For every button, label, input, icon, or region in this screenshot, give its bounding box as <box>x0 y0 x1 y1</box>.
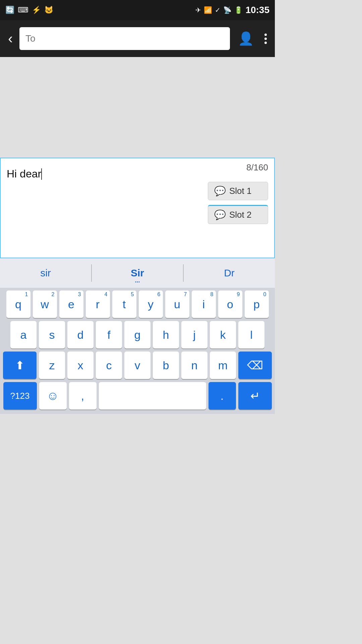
key-i[interactable]: 8 i <box>192 290 216 318</box>
shift-icon: ⬆ <box>15 359 24 372</box>
key-o-num: 9 <box>237 292 240 297</box>
status-bar-left: 🔄 ⌨ ⚡ 🐱 <box>5 6 53 14</box>
person-icon: 👤 <box>238 32 254 46</box>
key-z[interactable]: z <box>39 352 65 379</box>
key-j[interactable]: j <box>181 321 207 348</box>
key-v[interactable]: v <box>124 352 150 379</box>
more-button[interactable] <box>262 31 269 47</box>
key-z-letter: z <box>49 359 55 372</box>
autocomplete-sir-text: sir <box>40 267 51 279</box>
key-x[interactable]: x <box>67 352 94 379</box>
autocomplete-bar: sir Sir ··· Dr <box>0 258 275 288</box>
comma-button[interactable]: , <box>69 382 97 410</box>
slot2-button[interactable]: 💬 Slot 2 <box>208 205 268 224</box>
emoji-button[interactable]: ☺ <box>39 382 67 410</box>
key-c[interactable]: c <box>96 352 122 379</box>
sync-icon: 🔄 <box>5 6 14 14</box>
more-icon-dot2 <box>264 38 267 40</box>
key-y[interactable]: 6 y <box>139 290 163 318</box>
numbers-button[interactable]: ?123 <box>3 382 37 410</box>
enter-icon: ↵ <box>250 389 260 402</box>
key-l-letter: l <box>250 328 253 341</box>
autocomplete-sir[interactable]: sir <box>0 258 91 288</box>
key-t[interactable]: 5 t <box>112 290 136 318</box>
more-icon-dot1 <box>264 34 267 36</box>
compose-area[interactable]: 8/160 Hi dear 💬 Slot 1 💬 Slot 2 <box>0 158 275 258</box>
autocomplete-Dr-text: Dr <box>224 267 235 279</box>
key-y-letter: y <box>148 298 154 311</box>
key-e[interactable]: 3 e <box>59 290 83 318</box>
key-s[interactable]: s <box>39 321 65 348</box>
backspace-icon: ⌫ <box>247 359 263 372</box>
key-k-letter: k <box>220 328 226 341</box>
key-w[interactable]: 2 w <box>33 290 57 318</box>
signal-icon: 📡 <box>223 6 232 14</box>
shift-button[interactable]: ⬆ <box>3 352 37 379</box>
enter-button[interactable]: ↵ <box>238 382 272 410</box>
key-e-num: 3 <box>78 292 81 297</box>
to-input[interactable] <box>19 27 230 50</box>
key-b[interactable]: b <box>153 352 179 379</box>
key-u[interactable]: 7 u <box>165 290 189 318</box>
key-w-num: 2 <box>52 292 55 297</box>
contact-button[interactable]: 👤 <box>234 29 258 49</box>
key-o-letter: o <box>227 298 233 311</box>
key-o[interactable]: 9 o <box>218 290 242 318</box>
key-c-letter: c <box>106 359 112 372</box>
key-b-letter: b <box>163 359 169 372</box>
slot-buttons: 💬 Slot 1 💬 Slot 2 <box>208 182 268 224</box>
key-q-letter: q <box>15 298 21 311</box>
numbers-label: ?123 <box>10 391 30 401</box>
backspace-button[interactable]: ⌫ <box>238 352 272 379</box>
battery-icon: 🔋 <box>234 6 243 14</box>
key-d[interactable]: d <box>67 321 94 348</box>
period-button[interactable]: . <box>208 382 236 410</box>
status-bar: 🔄 ⌨ ⚡ 🐱 ✈ 📶 ✓ 📡 🔋 10:35 <box>0 0 275 20</box>
keyboard-icon: ⌨ <box>18 6 28 14</box>
usb-icon: ⚡ <box>32 6 41 14</box>
top-bar: ‹ 👤 <box>0 20 275 57</box>
key-h[interactable]: h <box>153 321 179 348</box>
key-k[interactable]: k <box>210 321 236 348</box>
back-icon: ‹ <box>8 31 13 46</box>
back-button[interactable]: ‹ <box>5 28 15 49</box>
key-v-letter: v <box>135 359 140 372</box>
key-e-letter: e <box>68 298 74 311</box>
key-f[interactable]: f <box>96 321 122 348</box>
key-l[interactable]: l <box>238 321 264 348</box>
key-h-letter: h <box>163 328 169 341</box>
keyboard-row4: ?123 ☺ , . ↵ <box>1 382 274 410</box>
more-icon-dot3 <box>264 42 267 44</box>
compose-content: Hi dear <box>7 168 41 180</box>
slot1-icon: 💬 <box>214 185 226 197</box>
slot2-label: Slot 2 <box>229 210 252 220</box>
space-button[interactable] <box>99 382 206 410</box>
key-q[interactable]: 1 q <box>6 290 31 318</box>
key-a[interactable]: a <box>10 321 37 348</box>
key-r[interactable]: 4 r <box>86 290 110 318</box>
key-p[interactable]: 0 p <box>245 290 269 318</box>
keyboard-row3: ⬆ z x c v b n m ⌫ <box>1 352 274 379</box>
autocomplete-dots: ··· <box>135 279 140 286</box>
key-w-letter: w <box>41 298 49 311</box>
key-g[interactable]: g <box>124 321 150 348</box>
key-d-letter: d <box>77 328 84 341</box>
key-r-num: 4 <box>105 292 108 297</box>
key-m[interactable]: m <box>210 352 236 379</box>
key-q-num: 1 <box>25 292 28 297</box>
key-n[interactable]: n <box>181 352 207 379</box>
key-a-letter: a <box>20 328 27 341</box>
compose-text: Hi dear <box>7 166 268 181</box>
key-m-letter: m <box>218 359 228 372</box>
key-p-letter: p <box>253 298 260 311</box>
key-f-letter: f <box>107 328 110 341</box>
key-r-letter: r <box>96 298 100 311</box>
key-u-letter: u <box>174 298 180 311</box>
key-n-letter: n <box>191 359 198 372</box>
autocomplete-Dr[interactable]: Dr <box>184 258 275 288</box>
key-j-letter: j <box>193 328 196 341</box>
status-time: 10:35 <box>245 5 269 15</box>
autocomplete-Sir[interactable]: Sir ··· <box>92 258 183 288</box>
slot1-button[interactable]: 💬 Slot 1 <box>208 182 268 200</box>
key-i-num: 8 <box>210 292 214 297</box>
